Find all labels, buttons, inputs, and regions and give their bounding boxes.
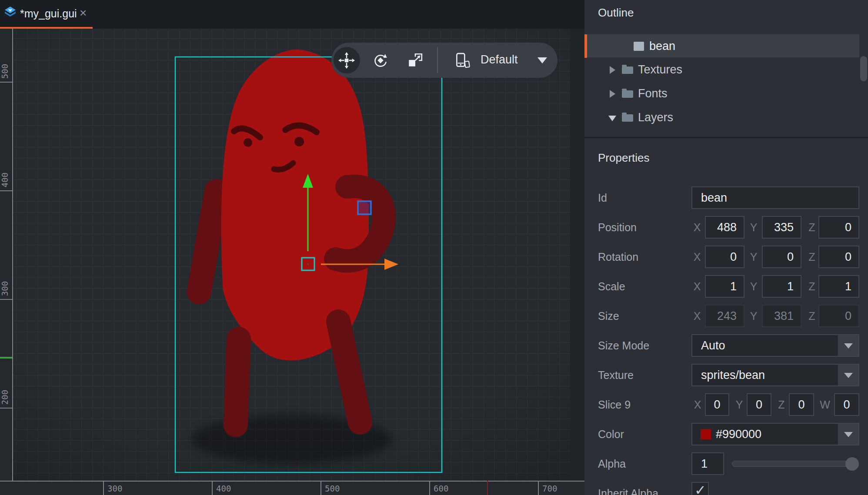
- outline-item-label: Textures: [638, 58, 682, 81]
- gizmo-center-dot: [307, 263, 309, 265]
- prop-label-position: Position: [598, 216, 637, 239]
- bean-left-eye: [244, 138, 252, 147]
- scene-toolbar: Default: [331, 43, 558, 78]
- scene-canvas[interactable]: 500 400 300 200 300 400 500 600 700: [0, 29, 584, 495]
- hruler-label-400: 400: [216, 484, 231, 493]
- outline-item-layers[interactable]: Layers: [584, 106, 859, 129]
- hruler-label-300: 300: [107, 484, 122, 493]
- folder-icon: [622, 90, 633, 98]
- axis-y-label: Y: [734, 393, 745, 416]
- position-y-input[interactable]: 335: [762, 216, 801, 239]
- outline-item-textures[interactable]: Textures: [584, 58, 859, 81]
- prop-label-alpha: Alpha: [598, 452, 626, 475]
- device-profile-dropdown[interactable]: Default: [481, 43, 518, 78]
- axis-z-label: Z: [776, 393, 787, 416]
- check-icon: ✓: [694, 482, 706, 495]
- collapse-caret-icon[interactable]: [608, 116, 616, 121]
- dropdown-caret-icon: [844, 432, 853, 437]
- slice9-z-input[interactable]: 0: [789, 393, 814, 416]
- size-z-input: 0: [818, 305, 859, 327]
- outline-item-bean[interactable]: bean: [584, 34, 859, 57]
- scale-tool-button[interactable]: [407, 52, 424, 69]
- panel-divider: [584, 137, 868, 138]
- axis-z-label: Z: [806, 305, 818, 327]
- axis-y-label: Y: [748, 246, 759, 268]
- texture-value: sprites/bean: [701, 365, 765, 385]
- bean-left-arm: [199, 191, 217, 292]
- outline-item-fonts[interactable]: Fonts: [584, 82, 859, 105]
- position-x-input[interactable]: 488: [705, 216, 744, 239]
- outline-item-label: Layers: [638, 106, 673, 129]
- gizmo-x-arrowhead: [384, 259, 398, 270]
- id-input[interactable]: bean: [691, 186, 859, 209]
- alpha-slider-thumb[interactable]: [845, 457, 859, 471]
- scale-z-input[interactable]: 1: [818, 275, 859, 298]
- prop-label-scale: Scale: [598, 275, 625, 298]
- rotation-y-input[interactable]: 0: [762, 246, 801, 268]
- rotation-z-input[interactable]: 0: [818, 246, 859, 268]
- dropdown-button[interactable]: [838, 424, 858, 445]
- position-z-input[interactable]: 0: [818, 216, 859, 239]
- folder-icon: [622, 114, 633, 122]
- dropdown-caret-icon: [844, 343, 853, 349]
- outline-item-label: Fonts: [638, 82, 668, 105]
- slice9-x-input[interactable]: 0: [705, 393, 729, 416]
- vruler-green-marker: [0, 357, 12, 359]
- color-swatch: [701, 429, 711, 439]
- dropdown-button[interactable]: [838, 335, 858, 356]
- axis-y-label: Y: [748, 216, 759, 239]
- size-y-input: 381: [762, 305, 801, 327]
- texture-dropdown[interactable]: sprites/bean: [691, 364, 859, 386]
- axis-z-label: Z: [806, 216, 818, 239]
- tab-title: *my_gui.gui: [20, 0, 77, 27]
- device-preview-icon[interactable]: [454, 52, 470, 69]
- hruler-label-600: 600: [434, 484, 448, 493]
- rotation-x-input[interactable]: 0: [705, 246, 744, 268]
- right-panel: Outline bean Textures Fonts Layers Prope…: [584, 0, 868, 495]
- alpha-slider-track[interactable]: [732, 461, 859, 467]
- alpha-input[interactable]: 1: [691, 452, 724, 475]
- prop-label-color: Color: [598, 423, 624, 445]
- expand-caret-icon[interactable]: [610, 90, 615, 98]
- prop-label-inherit-alpha: Inherit Alpha: [598, 482, 658, 495]
- axis-x-label: X: [691, 246, 703, 268]
- prop-label-texture: Texture: [598, 364, 634, 386]
- tab-my-gui[interactable]: *my_gui.gui ×: [0, 0, 93, 29]
- device-dropdown-caret[interactable]: [537, 57, 547, 63]
- bean-right-eye: [294, 137, 304, 146]
- size-x-input: 243: [705, 305, 744, 327]
- vruler-label-200: 200: [0, 382, 9, 412]
- outline-item-label: bean: [649, 34, 675, 58]
- slice9-y-input[interactable]: 0: [747, 393, 771, 416]
- inherit-alpha-checkbox[interactable]: ✓: [691, 482, 709, 495]
- rotate-tool-button[interactable]: [372, 52, 389, 69]
- bean-right-leg: [338, 322, 360, 422]
- scale-x-input[interactable]: 1: [705, 275, 744, 298]
- expand-caret-icon[interactable]: [610, 66, 615, 74]
- vertical-ruler: 500 400 300 200: [0, 29, 13, 481]
- horizontal-ruler: 300 400 500 600 700: [0, 481, 584, 495]
- dropdown-button[interactable]: [838, 365, 858, 385]
- slice9-w-input[interactable]: 0: [834, 393, 859, 416]
- canvas-right-gutter: [570, 29, 584, 481]
- prop-label-slice9: Slice 9: [598, 393, 631, 416]
- hruler-label-700: 700: [542, 484, 557, 493]
- axis-w-label: W: [819, 393, 831, 416]
- bean-left-leg: [236, 339, 239, 425]
- outline-header: Outline: [598, 6, 634, 20]
- hruler-label-500: 500: [325, 484, 340, 493]
- dropdown-caret-icon: [844, 373, 853, 378]
- axis-x-label: X: [691, 216, 703, 239]
- gizmo-z-handle: [358, 201, 371, 214]
- size-mode-dropdown[interactable]: Auto: [691, 334, 859, 357]
- folder-icon: [622, 66, 633, 74]
- color-dropdown[interactable]: #990000: [691, 423, 859, 445]
- scale-y-input[interactable]: 1: [762, 275, 801, 298]
- move-tool-button[interactable]: [338, 52, 355, 69]
- axis-y-label: Y: [748, 275, 759, 298]
- prop-label-size: Size: [598, 305, 619, 327]
- outline-scrollbar-thumb[interactable]: [860, 56, 867, 81]
- color-value: #990000: [716, 424, 761, 445]
- tab-close-icon[interactable]: ×: [80, 0, 87, 27]
- defold-editor: *my_gui.gui ×: [0, 0, 868, 495]
